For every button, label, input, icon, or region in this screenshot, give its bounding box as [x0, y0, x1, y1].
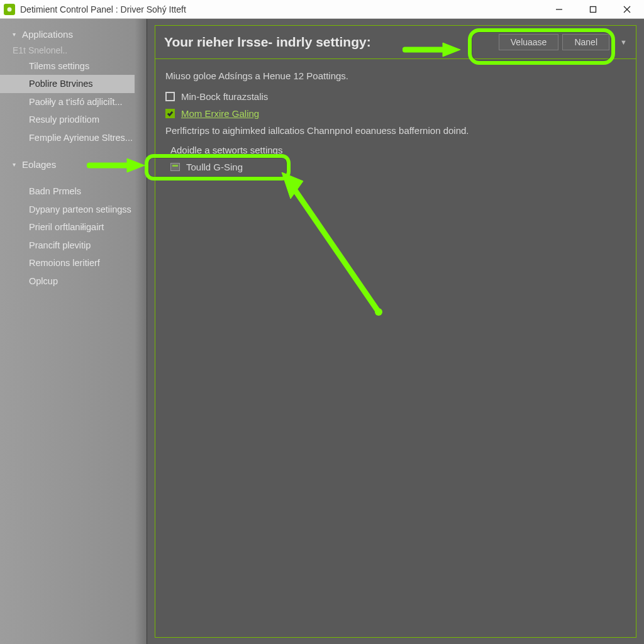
sidebar-item[interactable]: Prancift plevitip	[0, 236, 135, 254]
apply-button[interactable]: Nanel	[562, 34, 609, 50]
monitor-icon	[170, 163, 180, 171]
sidebar-item[interactable]: Paołiły a t'isfó adjliciît...	[0, 93, 135, 111]
titlebar: Detimient Control Panel : Driver Sohý It…	[0, 0, 644, 19]
checkbox-row[interactable]: Mom Erxire Galing	[165, 108, 628, 119]
svg-point-0	[8, 7, 12, 11]
sidebar-section-applications[interactable]: ▾ Applications	[0, 25, 147, 43]
sidebar-item[interactable]: Remoions leritierf	[0, 254, 135, 272]
svg-rect-2	[591, 6, 596, 12]
sidebar-item[interactable]: Resuly priodítiom	[0, 111, 135, 128]
sidebar-section-label: Eolages	[22, 159, 56, 170]
app-window: Detimient Control Panel : Driver Sohý It…	[0, 0, 644, 644]
app-logo-icon	[4, 4, 15, 15]
sidebar-section-label: Applications	[22, 29, 73, 40]
sidebar-subheader[interactable]: E1t Snelonel..	[0, 43, 147, 57]
header-button-group: Veluaase Nanel	[499, 34, 609, 50]
chevron-down-icon[interactable]: ▼	[620, 38, 627, 46]
checkbox-hint: Perlfictrips to aighimked iallcatios Cha…	[165, 125, 628, 136]
checkbox-checked-icon[interactable]	[165, 109, 175, 118]
sidebar-item[interactable]: Femplie Ayrienue Sltres...	[0, 129, 135, 147]
checkbox-unchecked-icon[interactable]	[165, 92, 175, 101]
panel-title: Your rieher lrsse- indrly settingy:	[164, 35, 371, 50]
chevron-down-icon: ▾	[13, 161, 16, 168]
sidebar: ▾ Applications E1t Snelonel.. Tilems set…	[0, 19, 147, 644]
panel-body: Miuso goloe Adsíngs a Henue 12 Poattings…	[155, 59, 636, 638]
main-panel: Your rieher lrsse- indrly settingy: Velu…	[147, 19, 644, 644]
chevron-down-icon: ▾	[13, 31, 16, 38]
feature-label: Toulld G-Sing	[186, 162, 243, 172]
sidebar-item[interactable]: Tilems settings	[0, 57, 135, 75]
window-controls	[542, 0, 644, 18]
sidebar-item[interactable]: Oplcup	[0, 272, 135, 290]
sidebar-item[interactable]: Badn Prmels	[0, 182, 135, 200]
window-body: ▾ Applications E1t Snelonel.. Tilems set…	[0, 19, 644, 644]
panel-header: Your rieher lrsse- indrly settingy: Velu…	[155, 25, 636, 59]
restore-button[interactable]: Veluaase	[499, 34, 559, 50]
sidebar-section-display[interactable]: ▾ Eolages	[0, 155, 147, 174]
feature-row[interactable]: Toulld G-Sing	[170, 162, 628, 172]
sidebar-item[interactable]: Dypany parteon setiingss	[0, 201, 135, 218]
panel-description: Miuso goloe Adsíngs a Henue 12 Poattings…	[165, 70, 628, 81]
close-button[interactable]	[610, 0, 644, 18]
checkbox-label-link[interactable]: Mom Erxire Galing	[181, 108, 259, 119]
checkbox-label: Min-Bock fturazstalis	[181, 91, 268, 102]
minimize-button[interactable]	[542, 0, 576, 18]
maximize-button[interactable]	[576, 0, 610, 18]
sidebar-item[interactable]: Prieril orftlaniłigairt	[0, 218, 135, 236]
checkbox-row[interactable]: Min-Bock fturazstalis	[165, 91, 628, 102]
sidebar-item-selected[interactable]: Poblire Btrvines	[0, 75, 135, 92]
window-title: Detimient Control Panel : Driver Sohý It…	[20, 4, 542, 14]
settings-sublink[interactable]: Adoidle a setworts settings	[170, 145, 628, 155]
